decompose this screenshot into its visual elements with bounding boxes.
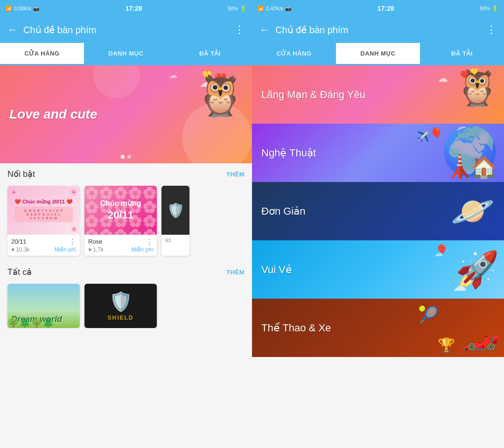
theme-more-rose[interactable]: ⋮ — [146, 238, 153, 246]
trees-deco: 🌳🌲🌳🌲 — [7, 317, 80, 328]
category-label-the-thao: Thể Thao & Xe — [261, 322, 331, 334]
heart-cat1: ❤️ — [460, 70, 469, 79]
battery-left: 50% — [228, 6, 238, 11]
top-bar-left: ← Chủ đề bàn phím ⋮ — [0, 17, 252, 43]
signal-icon-left: 📶 — [6, 6, 12, 12]
lighthouse-deco: 🏠 — [471, 155, 497, 180]
status-signal-left: 📶 0,00K/s 📷 — [6, 6, 40, 12]
theme-price-2011[interactable]: Miễn phí — [55, 246, 76, 253]
banner-left[interactable]: ☁ ☁ ❤️ 💛 🦉 Love and cute — [0, 65, 252, 163]
tab-danh-muc-right[interactable]: DANH MỤC — [336, 43, 420, 65]
theme-stats-rose: ♥ 1,7k Miễn phí — [88, 246, 153, 253]
car-deco: 🏎️ — [462, 317, 499, 352]
back-button-left[interactable]: ← — [7, 24, 18, 36]
battery-icon-left: 🔋 — [240, 6, 246, 12]
tab-cua-hang-left[interactable]: CỬA HÀNG — [0, 43, 84, 65]
category-list: Lãng Mạn & Đáng Yêu ☁ 🦉 ❤️ 💛 Nghệ Thuật … — [252, 65, 504, 448]
battery-right: 50% — [480, 6, 490, 11]
owl-illustration: 🦉 — [196, 72, 245, 119]
theme-likes-rose: ♥ 1,7k — [88, 246, 104, 253]
speed-right: 2,47K/s — [266, 6, 283, 11]
circle-deco-2 — [93, 65, 140, 98]
category-vui-ve[interactable]: Vui Vẻ 🚀 ☁ ☁ 🎈 — [252, 240, 504, 299]
wifi-icon-left: 📷 — [33, 6, 40, 12]
dream-bg: Dream world 🌳🌲🌳🌲 — [7, 287, 80, 328]
battery-icon-right: 🔋 — [492, 6, 498, 12]
flower-deco-3: 🌸 — [70, 226, 77, 232]
content-left: ☁ ☁ ❤️ 💛 🦉 Love and cute Nổi bật THÊM — [0, 65, 252, 448]
featured-section: Nổi bật THÊM — [0, 163, 252, 186]
category-don-gian[interactable]: Đơn Giản 🪐 — [252, 182, 504, 240]
theme-card-footer-shield: 63 — [161, 235, 189, 246]
tabs-right: CỬA HÀNG DANH MỤC ĐÃ TẢI — [252, 43, 504, 65]
tab-da-tai-right[interactable]: ĐÃ TẢI — [420, 43, 504, 65]
status-bar-right: 📶 2,47K/s 📷 17:28 50% 🔋 — [252, 0, 504, 17]
tennis-deco: 🎾 — [418, 306, 439, 325]
featured-more[interactable]: THÊM — [226, 171, 245, 178]
more-button-left[interactable]: ⋮ — [234, 24, 245, 36]
balloon-deco: 🎈 — [429, 127, 443, 140]
banner-pagination — [121, 155, 131, 159]
featured-grid: ❤️ Chúc mừng 20/11 ❤️ Q W E R T Y U I O … — [0, 186, 252, 259]
theme-name-2011: 20/11 — [11, 238, 27, 245]
card-dream[interactable]: Dream world 🌳🌲🌳🌲 — [7, 284, 80, 328]
tabs-left: CỬA HÀNG DANH MỤC ĐÃ TẢI — [0, 43, 252, 65]
all-header: Tất cả THÊM — [7, 267, 245, 277]
trophy-deco: 🏆 — [438, 337, 455, 353]
theme-price-rose[interactable]: Miễn phí — [132, 246, 153, 253]
theme-name-rose: Rose — [88, 238, 102, 245]
category-the-thao[interactable]: Thể Thao & Xe 🏎️ 🎾 🏆 — [252, 299, 504, 357]
wifi-icon-right: 📷 — [285, 6, 292, 12]
page-title-right: Chủ đề bàn phím — [275, 24, 481, 35]
tab-danh-muc-left[interactable]: DANH MỤC — [84, 43, 168, 65]
theme-card-footer-2011: 20/11 ⋮ ♥ 10,3k Miễn phí — [7, 235, 80, 256]
theme-card-shield-preview[interactable]: 🛡️ 63 — [161, 186, 189, 256]
featured-header: Nổi bật THÊM — [7, 169, 245, 179]
dot-2 — [127, 155, 131, 159]
theme-card-rose[interactable]: 🌸🌸🌸🌸🌸🌸🌸🌸🌸🌸🌸🌸🌸🌸🌸🌸🌸🌸🌸🌸 Chúc mừng20/11 Rose… — [84, 186, 157, 256]
top-bar-right: ← Chủ đề bàn phím ⋮ — [252, 17, 504, 43]
cloud-decoration-2: ☁ — [169, 70, 177, 80]
banner-title: Love and cute — [9, 107, 97, 122]
all-more[interactable]: THÊM — [226, 269, 245, 276]
theme-card-footer-rose: Rose ⋮ ♥ 1,7k Miễn phí — [84, 235, 157, 256]
featured-title: Nổi bật — [7, 169, 35, 179]
flower-deco-2: 🌸 — [70, 188, 77, 196]
signal-icon-right: 📶 — [258, 6, 264, 12]
shield-icon: 🛡️ — [109, 291, 133, 313]
heart-icon-2011: ♥ — [11, 246, 14, 253]
category-nghe-thuat[interactable]: Nghệ Thuật 🌍 🗼 ✈️ 🏠 🎈 — [252, 124, 504, 182]
category-lang-man[interactable]: Lãng Mạn & Đáng Yêu ☁ 🦉 ❤️ 💛 — [252, 65, 504, 124]
status-right-left: 50% 🔋 — [228, 6, 246, 12]
back-button-right[interactable]: ← — [259, 24, 270, 36]
theme-card-image-rose: 🌸🌸🌸🌸🌸🌸🌸🌸🌸🌸🌸🌸🌸🌸🌸🌸🌸🌸🌸🌸 Chúc mừng20/11 — [84, 186, 157, 235]
time-left: 17:28 — [126, 5, 142, 12]
theme-more-2011[interactable]: ⋮ — [69, 238, 76, 246]
rose-text: Chúc mừng20/11 — [100, 199, 141, 222]
plane-deco: ✈️ — [417, 131, 429, 143]
shield-label: SHIELD — [107, 315, 133, 321]
status-right-right: 50% 🔋 — [480, 6, 498, 12]
category-label-nghe-thuat: Nghệ Thuật — [261, 147, 316, 159]
cloud-cat1: ☁ — [438, 72, 448, 84]
theme-card-image-2011: ❤️ Chúc mừng 20/11 ❤️ Q W E R T Y U I O … — [7, 186, 80, 235]
balloon-cat4: 🎈 — [435, 244, 448, 256]
tab-cua-hang-right[interactable]: CỬA HÀNG — [252, 43, 336, 65]
dot-1 — [121, 155, 125, 159]
right-panel: 📶 2,47K/s 📷 17:28 50% 🔋 ← Chủ đề bàn phí… — [252, 0, 504, 448]
keyboard-preview-2011: Q W E R T Y U I O P A S D F G H J K L Z … — [14, 207, 73, 222]
theme-card-image-shield: 🛡️ — [161, 186, 189, 235]
tab-da-tai-left[interactable]: ĐÃ TẢI — [168, 43, 252, 65]
page-title-left: Chủ đề bàn phím — [23, 24, 229, 35]
balloon-cat1: 💛 — [470, 68, 478, 75]
cloud-cat4: ☁ — [453, 278, 467, 294]
all-section: Tất cả THÊM — [0, 261, 252, 284]
card-shield[interactable]: 🛡️ SHIELD — [84, 284, 157, 328]
all-title: Tất cả — [7, 267, 32, 277]
more-button-right[interactable]: ⋮ — [486, 24, 497, 36]
category-label-vui-ve: Vui Vẻ — [261, 264, 292, 276]
theme-likes-2011: ♥ 10,3k — [11, 246, 29, 253]
theme-card-2011[interactable]: ❤️ Chúc mừng 20/11 ❤️ Q W E R T Y U I O … — [7, 186, 80, 256]
status-bar-left: 📶 0,00K/s 📷 17:28 50% 🔋 — [0, 0, 252, 17]
category-label-don-gian: Đơn Giản — [261, 205, 305, 217]
